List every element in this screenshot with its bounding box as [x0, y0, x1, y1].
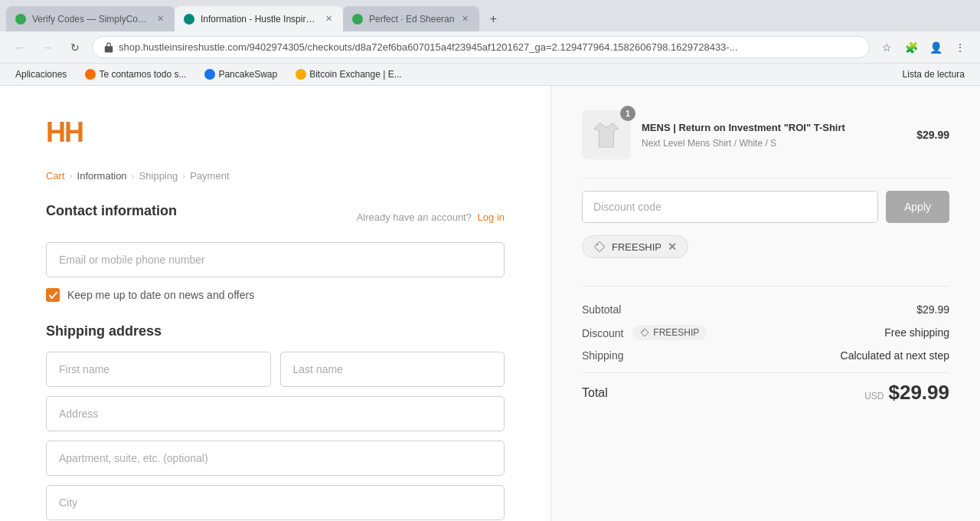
bookmarks-bar: Aplicaciones Te contamos todo s... Panca…: [0, 63, 980, 85]
breadcrumb-shipping: Shipping: [139, 170, 178, 182]
browser-chrome: Verify Codes — SimplyCodes ✕ Information…: [0, 0, 980, 86]
toolbar-icons: ☆ 🧩 👤 ⋮: [876, 37, 971, 58]
subtotal-value: $29.99: [916, 303, 949, 316]
tab-close-2[interactable]: ✕: [324, 12, 334, 25]
tab-favicon-1: [15, 14, 26, 25]
breadcrumb-sep-3: ›: [182, 171, 185, 182]
newsletter-checkbox-row: Keep me up to date on news and offers: [46, 288, 505, 302]
product-name: MENS | Return on Investment "ROI" T-Shir…: [642, 121, 906, 135]
shipping-row: Shipping Calculated at next step: [582, 345, 949, 366]
first-name-input[interactable]: [46, 352, 271, 387]
applied-code-badge: FREESHIP ✕: [582, 235, 688, 258]
bookmark-pancakeswap[interactable]: PancakeSwap: [198, 67, 283, 82]
left-panel: HH Cart › Information › Shipping › Payme…: [0, 86, 551, 521]
total-currency: USD: [864, 391, 884, 401]
breadcrumb-payment: Payment: [190, 170, 229, 182]
city-input[interactable]: [46, 485, 505, 520]
bookmark-label: Te contamos todo s...: [99, 69, 186, 80]
tab-bar: Verify Codes — SimplyCodes ✕ Information…: [0, 0, 980, 31]
bookmark-star-icon[interactable]: ☆: [876, 37, 897, 58]
divider-2: [582, 286, 949, 287]
contact-header: Contact information Already have an acco…: [46, 203, 505, 231]
tab-title-1: Verify Codes — SimplyCodes: [32, 14, 149, 25]
svg-point-1: [643, 330, 645, 332]
product-info: MENS | Return on Investment "ROI" T-Shir…: [642, 121, 906, 148]
tab-verify-codes[interactable]: Verify Codes — SimplyCodes ✕: [6, 6, 175, 31]
apply-button[interactable]: Apply: [886, 191, 949, 223]
checkmark-icon: [49, 291, 57, 300]
refresh-button[interactable]: ↻: [64, 37, 86, 58]
name-row: [46, 352, 505, 387]
bookmark-bitcoin[interactable]: Bitcoin Exchange | E...: [289, 67, 408, 82]
apartment-input-wrap: [46, 441, 505, 476]
address-bar-row: ← → ↻ shop.hustleinsireshustle.com/94029…: [0, 31, 980, 63]
breadcrumb-sep-1: ›: [70, 171, 73, 182]
shipping-label: Shipping: [582, 349, 624, 362]
bookmark-reading-list[interactable]: Lista de lectura: [897, 67, 971, 82]
shipping-section-title: Shipping address: [46, 323, 505, 339]
discount-value: Free shipping: [884, 326, 949, 339]
login-link[interactable]: Log in: [478, 211, 505, 223]
address-input[interactable]: [46, 396, 505, 431]
bookmark-aplicaciones[interactable]: Aplicaciones: [9, 67, 73, 82]
forward-button[interactable]: →: [37, 37, 58, 58]
breadcrumb-information: Information: [77, 170, 127, 182]
profile-icon[interactable]: 👤: [925, 37, 946, 58]
subtotal-row: Subtotal $29.99: [582, 299, 949, 320]
tag-icon: [593, 241, 606, 253]
discount-input[interactable]: [582, 191, 878, 223]
bookmark-label: Bitcoin Exchange | E...: [309, 69, 402, 80]
apartment-input[interactable]: [46, 441, 505, 476]
total-label: Total: [582, 386, 608, 400]
newsletter-label: Keep me up to date on news and offers: [67, 289, 254, 301]
logo-text: HH: [46, 116, 83, 149]
divider-1: [582, 178, 949, 179]
discount-label: Discount FREESHIP: [582, 325, 707, 340]
newsletter-checkbox[interactable]: [46, 288, 60, 302]
product-variant: Next Level Mens Shirt / White / S: [642, 138, 906, 149]
applied-code-text: FREESHIP: [612, 241, 662, 253]
bookmark-favicon-yellow: [296, 69, 306, 80]
back-button[interactable]: ←: [9, 37, 31, 58]
bookmark-te-contamos[interactable]: Te contamos todo s...: [79, 67, 192, 82]
address-bar[interactable]: shop.hustleinsireshustle.com/9402974305/…: [92, 36, 870, 58]
address-input-wrap: [46, 396, 505, 431]
total-amount: $29.99: [888, 381, 949, 405]
last-name-input[interactable]: [280, 352, 505, 387]
discount-row: Apply: [582, 191, 949, 223]
menu-icon[interactable]: ⋮: [949, 37, 971, 58]
tab-favicon-2: [184, 14, 194, 25]
login-prompt: Already have an account? Log in: [357, 211, 505, 223]
breadcrumb-cart[interactable]: Cart: [46, 170, 65, 182]
already-account-text: Already have an account?: [357, 211, 472, 223]
tab-favicon-3: [352, 14, 363, 25]
bookmark-favicon-orange: [85, 69, 96, 80]
breadcrumb-sep-2: ›: [132, 171, 135, 182]
breadcrumb: Cart › Information › Shipping › Payment: [46, 170, 505, 182]
remove-code-button[interactable]: ✕: [668, 241, 677, 253]
tshirt-svg: [588, 120, 625, 150]
tab-information[interactable]: Information - Hustle Inspires Hu... ✕: [175, 6, 343, 31]
total-value-wrap: USD $29.99: [864, 381, 949, 405]
bookmark-label: PancakeSwap: [218, 69, 277, 80]
contact-section-title: Contact information: [46, 203, 177, 219]
tab-close-1[interactable]: ✕: [155, 12, 165, 25]
city-input-wrap: [46, 485, 505, 520]
tab-close-3[interactable]: ✕: [460, 12, 470, 25]
svg-point-0: [596, 244, 598, 245]
total-row: Total USD $29.99: [582, 372, 949, 412]
product-image-wrap: 1: [582, 110, 631, 159]
right-panel: 1 MENS | Return on Investment "ROI" T-Sh…: [551, 86, 980, 521]
product-price: $29.99: [916, 129, 949, 141]
tab-ed-sheeran[interactable]: Perfect · Ed Sheeran ✕: [343, 6, 479, 31]
new-tab-button[interactable]: +: [482, 8, 504, 30]
bookmark-label: Lista de lectura: [903, 69, 965, 80]
shipping-section: Shipping address: [46, 323, 505, 520]
bookmark-label: Aplicaciones: [15, 69, 67, 80]
extension-puzzle-icon[interactable]: 🧩: [900, 37, 922, 58]
product-badge: 1: [620, 106, 635, 121]
bookmark-favicon-blue: [204, 69, 215, 80]
shipping-value: Calculated at next step: [841, 349, 949, 362]
tab-title-3: Perfect · Ed Sheeran: [369, 14, 454, 25]
email-input[interactable]: [46, 242, 505, 277]
